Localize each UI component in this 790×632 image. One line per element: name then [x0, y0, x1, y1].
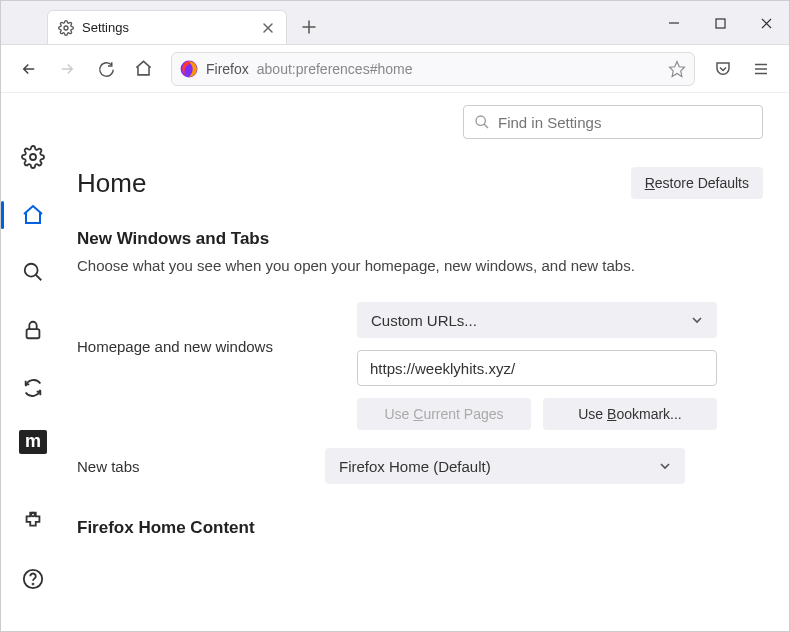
newtabs-value: Firefox Home (Default) [339, 458, 491, 475]
find-in-settings-input[interactable] [498, 114, 752, 131]
section-description: Choose what you see when you open your h… [71, 257, 763, 274]
close-tab-icon[interactable] [260, 20, 276, 36]
maximize-button[interactable] [697, 1, 743, 45]
sidebar-support[interactable] [17, 563, 49, 595]
section-heading-2: Firefox Home Content [71, 518, 763, 538]
homepage-label: Homepage and new windows [77, 302, 337, 355]
main-panel: Home Restore Defaults New Windows and Ta… [65, 93, 789, 631]
url-bar[interactable]: Firefox about:preferences#home [171, 52, 695, 86]
back-button[interactable] [13, 53, 45, 85]
minimize-button[interactable] [651, 1, 697, 45]
url-text: about:preferences#home [257, 61, 413, 77]
svg-point-0 [64, 26, 68, 30]
window: Settings [0, 0, 790, 632]
svg-point-9 [33, 584, 34, 585]
forward-button[interactable] [51, 53, 83, 85]
reload-button[interactable] [89, 53, 121, 85]
section-heading: New Windows and Tabs [71, 229, 763, 249]
url-identity: Firefox [206, 61, 249, 77]
bookmark-star-icon[interactable] [668, 60, 686, 78]
gear-icon [58, 20, 74, 36]
homepage-mode-select[interactable]: Custom URLs... [357, 302, 717, 338]
restore-defaults-button[interactable]: Restore Defaults [631, 167, 763, 199]
navigation-toolbar: Firefox about:preferences#home [1, 45, 789, 93]
preferences-sidebar: m [1, 93, 65, 631]
titlebar: Settings [1, 1, 789, 45]
home-button[interactable] [127, 53, 159, 85]
find-in-settings[interactable] [463, 105, 763, 139]
search-icon [474, 114, 490, 130]
svg-point-5 [25, 264, 38, 277]
sidebar-home[interactable] [17, 199, 49, 231]
sidebar-extensions[interactable] [17, 506, 49, 538]
firefox-icon [180, 60, 198, 78]
svg-marker-3 [670, 61, 685, 76]
window-controls [651, 1, 789, 45]
close-window-button[interactable] [743, 1, 789, 45]
chevron-down-icon [659, 460, 671, 472]
svg-point-10 [476, 116, 485, 125]
tab-title: Settings [82, 20, 252, 35]
use-current-pages-button[interactable]: Use Current Pages [357, 398, 531, 430]
svg-point-4 [30, 154, 36, 160]
newtabs-label: New tabs [77, 458, 305, 475]
sidebar-more-from-mozilla[interactable]: m [19, 430, 47, 454]
app-menu-button[interactable] [745, 53, 777, 85]
sidebar-general[interactable] [17, 141, 49, 173]
page-title: Home [77, 168, 146, 199]
homepage-url-input[interactable] [357, 350, 717, 386]
svg-point-7 [31, 513, 35, 517]
newtabs-select[interactable]: Firefox Home (Default) [325, 448, 685, 484]
pocket-button[interactable] [707, 53, 739, 85]
sidebar-sync[interactable] [17, 372, 49, 404]
homepage-mode-value: Custom URLs... [371, 312, 477, 329]
content-area: m Home Restore Default [1, 93, 789, 631]
svg-rect-6 [27, 329, 40, 338]
svg-rect-1 [716, 19, 725, 28]
browser-tab[interactable]: Settings [47, 10, 287, 44]
use-bookmark-button[interactable]: Use Bookmark... [543, 398, 717, 430]
sidebar-search[interactable] [17, 257, 49, 289]
chevron-down-icon [691, 314, 703, 326]
sidebar-privacy[interactable] [17, 314, 49, 346]
new-tab-button[interactable] [295, 13, 323, 41]
